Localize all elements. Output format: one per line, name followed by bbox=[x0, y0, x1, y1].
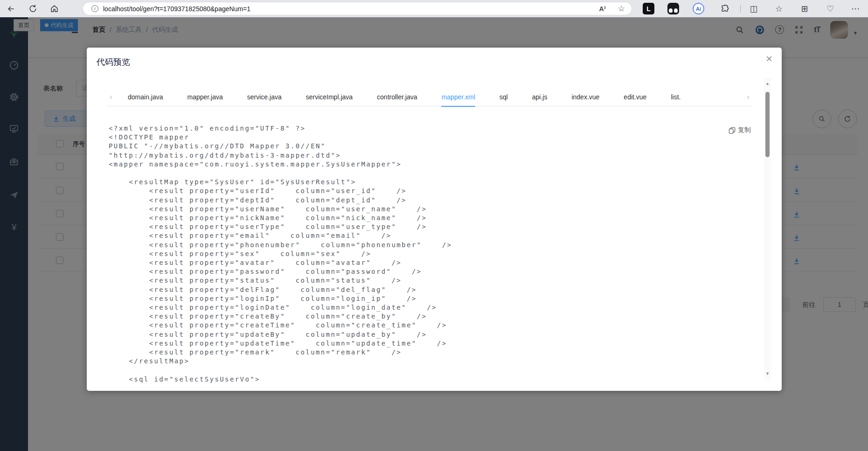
tab-serviceimpl-java[interactable]: serviceImpl.java bbox=[294, 88, 365, 106]
site-info-icon[interactable]: i bbox=[91, 5, 98, 12]
favorite-star-icon[interactable]: ☆ bbox=[618, 4, 625, 14]
dialog-title: 代码预览 bbox=[97, 56, 130, 68]
address-bar[interactable]: i localhost/tool/gen?t=1709371825080&pag… bbox=[83, 2, 632, 15]
scroll-up-icon[interactable]: ▲ bbox=[764, 81, 771, 86]
tab-mapper-java[interactable]: mapper.java bbox=[175, 88, 235, 106]
tabs-next-icon[interactable]: › bbox=[743, 93, 753, 101]
tab-service-java[interactable]: service.java bbox=[235, 88, 294, 106]
browser-menu-icon[interactable]: ⋯ bbox=[847, 0, 864, 17]
read-aloud-icon[interactable]: A⁾ bbox=[599, 5, 606, 13]
tab-controller-java[interactable]: controller.java bbox=[365, 88, 429, 106]
tab-domain-java[interactable]: domain.java bbox=[116, 88, 175, 106]
screen: i localhost/tool/gen?t=1709371825080&pag… bbox=[0, 0, 868, 451]
extension-dark-icon[interactable] bbox=[667, 3, 679, 14]
browser-home-icon[interactable] bbox=[46, 0, 62, 17]
tab-edit-vue[interactable]: edit.vue bbox=[611, 88, 659, 106]
code-content[interactable]: <?xml version="1.0" encoding="UTF-8" ?> … bbox=[109, 124, 740, 384]
copy-button-label: 复制 bbox=[738, 126, 751, 134]
extension-l-icon[interactable]: L bbox=[643, 3, 654, 14]
browser-refresh-icon[interactable] bbox=[24, 0, 41, 17]
extensions-puzzle-icon[interactable] bbox=[715, 0, 734, 17]
tabs-prev-icon[interactable]: ‹ bbox=[106, 93, 116, 101]
tab-index-vue[interactable]: index.vue bbox=[559, 88, 611, 106]
collections-icon[interactable]: ⊞ bbox=[796, 0, 813, 17]
code-preview-dialog: 代码预览 × ‹ domain.java mapper.java service… bbox=[87, 48, 782, 391]
tab-sql[interactable]: sql bbox=[487, 88, 520, 106]
browser-essentials-icon[interactable]: ♡ bbox=[822, 0, 839, 17]
code-scrollbar[interactable]: ▲ ▼ bbox=[764, 77, 771, 380]
scroll-down-icon[interactable]: ▼ bbox=[764, 371, 771, 376]
close-icon[interactable]: × bbox=[766, 53, 772, 64]
favorites-bar-icon[interactable]: ☆ bbox=[771, 0, 787, 17]
extension-ai-icon[interactable]: Ai bbox=[693, 3, 704, 14]
tab-list-vue[interactable]: list. bbox=[659, 88, 693, 106]
browser-back-icon[interactable] bbox=[3, 0, 20, 17]
toolbar-divider bbox=[740, 5, 741, 13]
code-tabs: ‹ domain.java mapper.java service.java s… bbox=[106, 88, 753, 106]
url-text[interactable]: localhost/tool/gen?t=1709371825080&pageN… bbox=[103, 5, 250, 13]
split-screen-icon[interactable]: ◫ bbox=[745, 0, 762, 17]
tab-api-js[interactable]: api.js bbox=[520, 88, 560, 106]
tab-mapper-xml[interactable]: mapper.xml bbox=[429, 88, 487, 106]
scrollbar-thumb[interactable] bbox=[765, 92, 770, 157]
browser-toolbar: i localhost/tool/gen?t=1709371825080&pag… bbox=[0, 0, 868, 17]
